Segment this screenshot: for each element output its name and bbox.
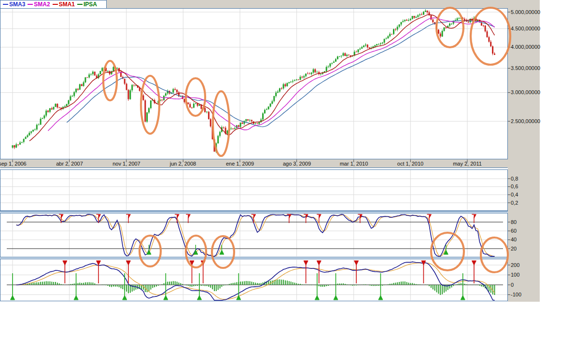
legend-line-swatch <box>77 4 83 5</box>
price-axis-label: 4.000,00000 <box>511 44 540 50</box>
indicator-axis-label: 0,4 <box>511 192 518 197</box>
legend-item-sma1[interactable]: SMA1 <box>53 1 75 8</box>
macd-axis-label: 200 <box>511 262 519 268</box>
date-tick-label: ago 3, 2009 <box>270 161 323 167</box>
macd-axis-label: 100 <box>511 272 519 278</box>
indicator-axis-label: 0,6 <box>511 183 518 189</box>
price-axis-label: 3.500,00000 <box>511 65 540 71</box>
date-tick-label: sep 1, 2006 <box>0 161 39 167</box>
price-axis-label: 3.000,00000 <box>511 89 540 95</box>
legend-line-swatch <box>28 4 33 5</box>
date-tick-label: jun 2, 2008 <box>156 161 210 167</box>
legend[interactable]: SMA3SMA2SMA1IPSA <box>0 0 107 9</box>
trading-chart-app: SMA3SMA2SMA1IPSA sep 1, 2006abr 2, 2007n… <box>0 0 588 364</box>
indicator-axis-label: 0,2 <box>511 200 518 206</box>
legend-line-swatch <box>53 4 58 5</box>
panel-divider[interactable] <box>0 211 508 213</box>
legend-label: SMA3 <box>9 1 25 8</box>
chart-plot-area[interactable] <box>0 0 540 364</box>
legend-item-sma2[interactable]: SMA2 <box>28 1 50 8</box>
stochastic-axis-label: 80 <box>511 219 517 225</box>
legend-label: SMA2 <box>34 1 50 8</box>
stochastic-axis-label: 20 <box>511 246 517 252</box>
date-tick-label: nov 1, 2007 <box>100 161 153 167</box>
stochastic-axis-label: 40 <box>511 237 517 242</box>
legend-item-ipsa[interactable]: IPSA <box>77 1 97 8</box>
date-tick-label: abr 2, 2007 <box>43 161 96 167</box>
date-tick-label: may 2, 2011 <box>441 161 494 167</box>
stochastic-axis-label: 60 <box>511 228 517 234</box>
date-tick-label: ene 1, 2009 <box>213 161 266 167</box>
date-tick-label: mar 1, 2010 <box>327 161 380 167</box>
price-axis-label: 5.000,00000 <box>511 9 540 15</box>
price-axis-label: 4.500,00000 <box>511 26 540 31</box>
indicator-axis-label: 0,8 <box>511 176 518 182</box>
legend-item-sma3[interactable]: SMA3 <box>3 1 25 8</box>
price-axis-label: 2.500,00000 <box>511 118 540 124</box>
date-tick-label: oct 1, 2010 <box>384 161 437 167</box>
macd-axis-label: -100 <box>511 292 521 297</box>
macd-axis-label: 0 <box>511 282 514 288</box>
legend-label: SMA1 <box>59 1 75 8</box>
legend-label: IPSA <box>84 1 97 8</box>
legend-line-swatch <box>3 4 8 5</box>
